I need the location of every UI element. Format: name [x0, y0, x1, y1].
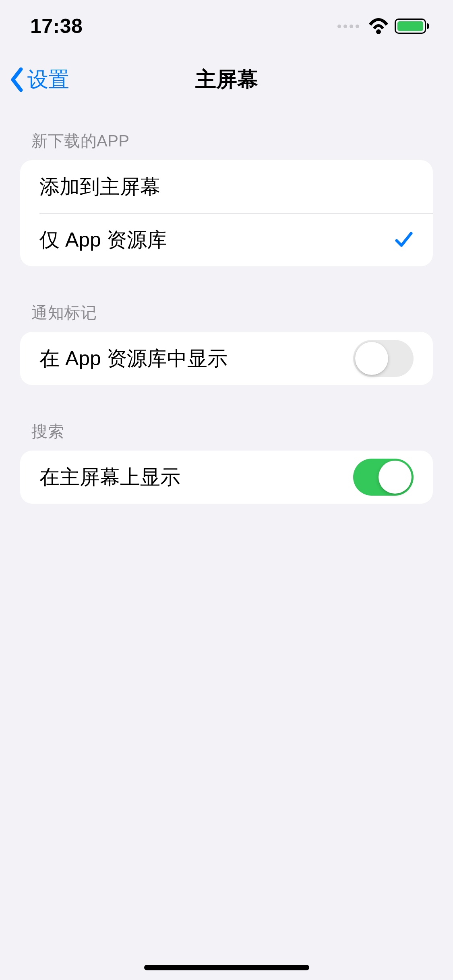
nav-bar: 设置 主屏幕 [0, 52, 453, 107]
section-search: 搜索 在主屏幕上显示 [20, 413, 433, 504]
home-indicator[interactable] [144, 965, 309, 970]
checkmark-icon [394, 230, 414, 249]
section-badges: 通知标记 在 App 资源库中显示 [20, 294, 433, 385]
group-search: 在主屏幕上显示 [20, 451, 433, 504]
toggle-show-on-home[interactable] [353, 459, 414, 496]
section-new-downloads: 新下载的APP 添加到主屏幕 仅 App 资源库 [20, 123, 433, 266]
section-header-badges: 通知标记 [20, 294, 433, 332]
battery-icon [395, 19, 429, 34]
page-title: 主屏幕 [12, 66, 441, 94]
option-app-library-only-label: 仅 App 资源库 [39, 226, 167, 253]
status-icons [337, 18, 429, 34]
back-label: 设置 [27, 66, 69, 94]
show-on-home-label: 在主屏幕上显示 [39, 464, 180, 491]
toggle-show-in-library[interactable] [353, 340, 414, 377]
option-add-to-home-label: 添加到主屏幕 [39, 173, 160, 200]
chevron-left-icon [10, 67, 24, 93]
row-show-on-home: 在主屏幕上显示 [20, 451, 433, 504]
group-new-downloads: 添加到主屏幕 仅 App 资源库 [20, 160, 433, 266]
wifi-icon [368, 18, 389, 34]
option-add-to-home[interactable]: 添加到主屏幕 [20, 160, 433, 213]
toggle-knob [355, 342, 388, 375]
back-button[interactable]: 设置 [10, 66, 69, 94]
group-badges: 在 App 资源库中显示 [20, 332, 433, 385]
section-header-new-downloads: 新下载的APP [20, 123, 433, 160]
toggle-knob [379, 461, 412, 494]
cellular-dots-icon [337, 25, 359, 28]
option-app-library-only[interactable]: 仅 App 资源库 [20, 213, 433, 266]
status-time: 17:38 [30, 14, 83, 38]
row-show-in-library: 在 App 资源库中显示 [20, 332, 433, 385]
status-bar: 17:38 [0, 0, 453, 52]
section-header-search: 搜索 [20, 413, 433, 451]
show-in-library-label: 在 App 资源库中显示 [39, 345, 228, 372]
